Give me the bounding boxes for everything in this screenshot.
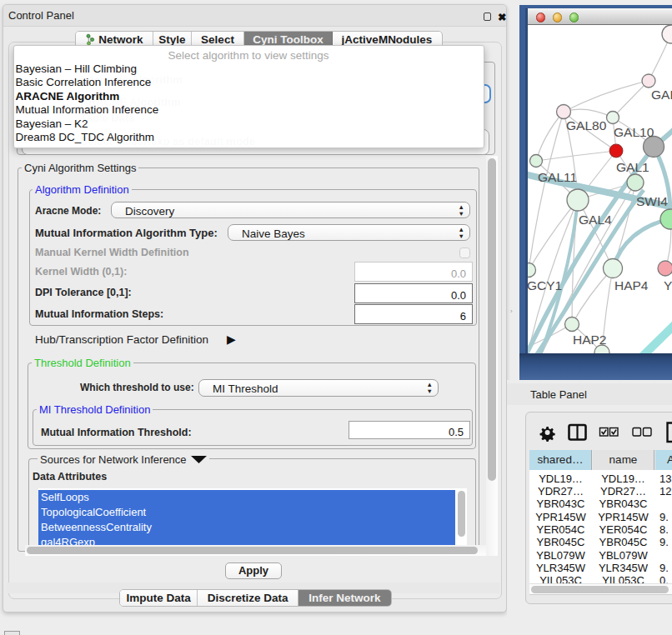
svg-text:GAL10: GAL10 — [614, 125, 654, 139]
svg-text:SWI4: SWI4 — [636, 194, 668, 208]
svg-text:HAP2: HAP2 — [573, 332, 607, 347]
svg-text:GCY1: GCY1 — [528, 278, 562, 292]
svg-text:GAL: GAL — [651, 88, 672, 102]
svg-text:GAL80: GAL80 — [566, 118, 607, 132]
svg-text:HAP4: HAP4 — [614, 278, 649, 292]
svg-text:Y: Y — [664, 278, 672, 292]
svg-text:GAL11: GAL11 — [538, 170, 577, 184]
svg-text:GAL4: GAL4 — [579, 212, 612, 227]
svg-text:GAL1: GAL1 — [616, 160, 649, 174]
